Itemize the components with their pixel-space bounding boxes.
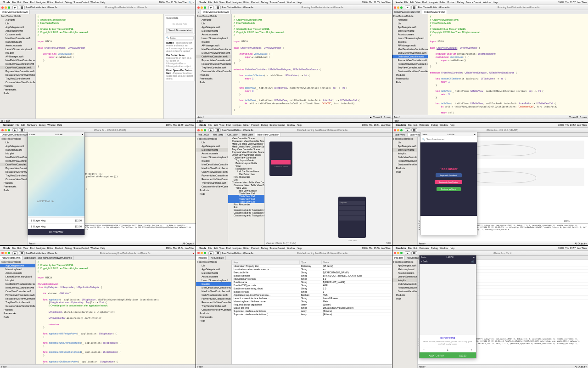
nav-item[interactable]: Products	[0, 84, 35, 88]
menu-edit[interactable]: Edit	[17, 1, 22, 4]
menu-item[interactable]: Debug	[431, 124, 438, 126]
max-window[interactable]	[204, 129, 206, 131]
nav-item[interactable]: Main.storyboard	[392, 29, 428, 33]
plist-row[interactable]: Supported interface orientationsArray(3 …	[232, 309, 392, 312]
menu-item[interactable]: File	[408, 124, 412, 126]
menu-item[interactable]: Find	[226, 1, 231, 4]
menu-item[interactable]: Window	[287, 247, 295, 249]
nav-item[interactable]: Lib	[0, 22, 35, 25]
variables-view[interactable]: Auto ◊	[29, 242, 35, 245]
menu-item[interactable]: Help	[450, 124, 454, 126]
nav-item[interactable]: Main.storyboard	[392, 267, 417, 271]
frame-label[interactable]: 0 main	[384, 116, 391, 119]
menu-item[interactable]: File	[208, 124, 212, 126]
app-menu[interactable]: Simulator	[396, 247, 406, 249]
app-menu[interactable]: Xcode	[396, 1, 403, 4]
nav-item[interactable]: MealListViewController.swift	[392, 51, 428, 55]
menu-item[interactable]: Product	[251, 247, 259, 249]
app-menu[interactable]: Xcode	[199, 1, 206, 4]
nav-item[interactable]: PaymentViewController.swift	[0, 69, 35, 73]
user[interactable]: Leo Trieu	[185, 124, 194, 126]
nav-item[interactable]: Info.plist	[0, 51, 35, 55]
user[interactable]: Leo Trieu	[185, 247, 194, 249]
back-button[interactable]: ‹ Back	[421, 260, 428, 263]
project-navigator[interactable]: FoodTaskerMobile Alamofire Lib AppDelega…	[392, 14, 428, 115]
menu-item[interactable]: Find	[422, 1, 427, 4]
nav-item[interactable]: AppDelegate.swift	[196, 267, 231, 271]
plist-row[interactable]: Information Property ListDictionary(15 i…	[232, 264, 392, 267]
nav-item[interactable]: PaymentViewController.swift	[196, 297, 231, 300]
nav-item[interactable]: CustomerMenuViewController.swift	[392, 163, 417, 166]
nav-item[interactable]: TrayViewController.swift	[196, 181, 228, 185]
col-key[interactable]: Key	[232, 260, 300, 264]
run-button[interactable]: ▶	[208, 6, 214, 9]
nav-item[interactable]: Products	[392, 73, 428, 77]
nav-item[interactable]: Assets.xcassets	[196, 275, 231, 278]
stop-button[interactable]	[411, 251, 417, 255]
user[interactable]: Leo Trieu	[577, 247, 587, 249]
menu-item[interactable]: Editor	[243, 124, 249, 126]
document-outline[interactable]: View Controller Scene Restaurant View Co…	[228, 137, 265, 245]
close-window[interactable]	[394, 6, 396, 9]
nav-item[interactable]: RestaurantListViewController.swift	[0, 73, 35, 77]
ios-simulator[interactable]: Carrier1:52 PM■ 🔍 FoodTasker Login with …	[420, 132, 477, 235]
nav-item[interactable]: TrayViewController.swift	[196, 66, 231, 69]
nav-item-selected[interactable]: OrderViewController.swift	[0, 163, 27, 166]
nav-item[interactable]: TrayViewController.swift	[196, 304, 231, 308]
nav-item[interactable]: Pods	[0, 91, 35, 95]
stop-button[interactable]	[411, 6, 417, 9]
nav-item[interactable]: Info.plist	[196, 159, 228, 163]
nav-item[interactable]: Pods	[196, 192, 228, 196]
nav-item[interactable]: MealDetailsViewController.swift	[196, 47, 231, 51]
nav-item[interactable]: Alamofire	[0, 18, 35, 22]
max-window[interactable]	[400, 6, 403, 9]
nav-item[interactable]: LaunchScreen.storyboard	[0, 275, 35, 278]
nav-item[interactable]: Info.plist	[196, 40, 231, 44]
continue-guest-button[interactable]: Continue as Guest	[437, 187, 461, 191]
menu-item[interactable]: Edit	[21, 124, 25, 126]
col-type[interactable]: Type	[300, 260, 322, 264]
menu-item[interactable]: Debug	[261, 124, 268, 126]
variables-view[interactable]: Auto ◊	[419, 365, 426, 368]
menu-item[interactable]: Debug	[261, 1, 268, 4]
device[interactable]: iPhone 6s	[243, 252, 253, 255]
app-menu[interactable]: Simulator	[396, 124, 406, 126]
variables-view[interactable]: Auto ◊	[197, 116, 204, 119]
menu-item[interactable]: Debug	[431, 247, 438, 249]
nav-item[interactable]: OrderViewController.swift	[196, 293, 231, 297]
menu-item[interactable]: Navigate	[429, 1, 438, 4]
nav-item[interactable]: Pods	[0, 188, 27, 192]
nav-item[interactable]: LaunchScreen.storyboard	[392, 275, 417, 278]
min-window[interactable]	[397, 252, 399, 254]
nav-item[interactable]: APIManager.swift	[196, 44, 231, 47]
menubar[interactable]: Xcode FileEditViewFindNavigateEditorProd…	[196, 0, 392, 5]
menu-item[interactable]: Help	[101, 247, 105, 249]
plist-editor[interactable]: KeyTypeValue Information Property ListDi…	[232, 260, 392, 364]
nav-item[interactable]: OrderViewController.swift	[392, 155, 417, 159]
menu-item[interactable]: Product	[251, 1, 259, 4]
menu-item[interactable]: Editor	[47, 247, 53, 249]
nav-item[interactable]: CustomerMenuViewController.swift	[0, 304, 35, 308]
stop-button[interactable]	[19, 6, 25, 9]
nav-item[interactable]: CustomerMenuViewController.swift	[0, 177, 27, 181]
nav-item[interactable]: Lib	[0, 141, 27, 144]
order-row[interactable]: 1 Burger King$12.00	[28, 217, 84, 223]
menu-item[interactable]: Edit	[17, 247, 22, 249]
nav-item[interactable]: MealDetailsViewController.swift	[0, 155, 27, 159]
menubar[interactable]: Xcode File Edit View Find Navigate Edito…	[0, 0, 196, 5]
nav-item[interactable]: TrayViewController.swift	[392, 66, 428, 69]
nav-item[interactable]: MealListViewController.swift	[196, 166, 228, 170]
menu-item[interactable]: Edit	[414, 247, 418, 249]
menu-item[interactable]: Navigate	[233, 124, 242, 126]
nav-item[interactable]: RestaurantListViewController.swift	[392, 286, 417, 289]
menu-item[interactable]: Edit	[213, 124, 218, 126]
menu-item[interactable]: Hardware	[419, 124, 429, 126]
menu-item[interactable]: Editor	[243, 1, 249, 4]
menu-item[interactable]: Product	[251, 124, 259, 126]
menu-item[interactable]: Edit	[213, 247, 218, 249]
login-facebook-button[interactable]: Login with Facebook	[436, 173, 462, 177]
menu-item[interactable]: View	[415, 1, 420, 4]
nav-item[interactable]: MealDetailsViewController.swift	[0, 282, 35, 286]
menu-item[interactable]: Source Control	[269, 1, 285, 4]
menu-debug[interactable]: Debug	[65, 1, 72, 4]
